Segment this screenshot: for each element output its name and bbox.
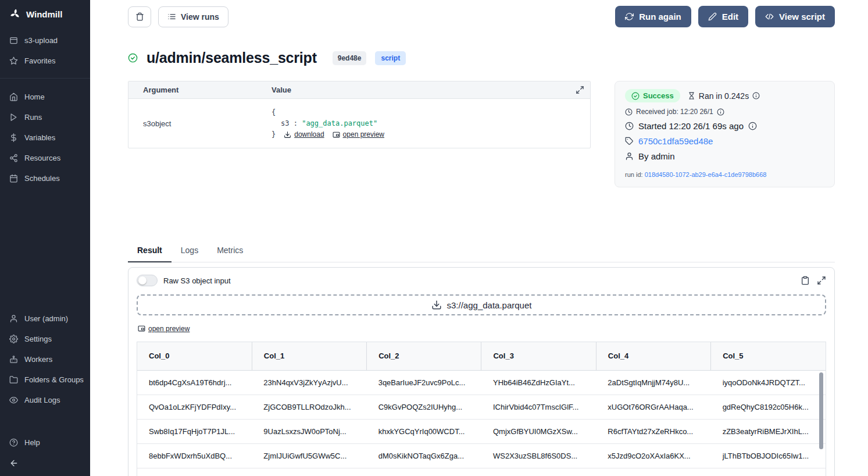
table-row: 8ebbFxWDxrh5uXdBQ...ZjmIJUiGwfU5GWw5C...…: [137, 443, 826, 468]
info-icon[interactable]: [717, 108, 724, 116]
result-table-container: Col_0Col_1Col_2Col_3Col_4Col_5 bt6dp4CgX…: [137, 342, 826, 476]
expand-args-button[interactable]: [576, 86, 584, 94]
job-hash-link[interactable]: 6750c1dfa59ed48e: [638, 136, 713, 146]
list-icon: [167, 12, 176, 21]
eye-icon: [9, 396, 18, 404]
edit-button[interactable]: Edit: [698, 6, 748, 27]
result-panel-toolbar: Raw S3 object input: [137, 275, 826, 286]
run-duration: Ran in 0.242s: [688, 91, 760, 101]
main-content: View runs Run again Edit View script: [90, 0, 868, 476]
arrow-left-icon: [9, 459, 19, 468]
table-cell: gdReQhyC8192c05H6k...: [711, 395, 826, 419]
sidebar-item-help[interactable]: Help: [0, 432, 90, 453]
info-icon[interactable]: [752, 92, 760, 100]
argument-column-header: Argument: [128, 86, 272, 94]
collapse-sidebar-button[interactable]: [0, 453, 90, 476]
by-admin-label: By admin: [638, 151, 675, 161]
json-close-line: } download open preview: [272, 129, 590, 140]
table-cell: xUGOt76ORGrAAHaqa...: [596, 395, 710, 419]
maximize-icon[interactable]: [817, 276, 826, 285]
table-cell: QvOa1oLzKFjYDFPdIxy...: [137, 395, 252, 419]
sidebar-item-label: Favorites: [24, 56, 55, 65]
open-preview-link[interactable]: open preview: [138, 325, 190, 333]
column-header: Col_3: [481, 342, 596, 370]
s3-file-label: s3://agg_data.parquet: [447, 300, 532, 310]
table-cell: 23hN4qxV3jZkYyAzjvU...: [252, 370, 366, 395]
json-key: s3: [281, 119, 289, 127]
app-logo[interactable]: Windmill: [0, 0, 90, 30]
table-scrollbar[interactable]: [819, 372, 823, 449]
view-runs-label: View runs: [181, 12, 219, 22]
arguments-table-header: Argument Value: [128, 81, 590, 99]
home-icon: [9, 93, 18, 101]
view-runs-button[interactable]: View runs: [158, 6, 228, 27]
raw-s3-toggle[interactable]: [137, 275, 158, 286]
download-link[interactable]: download: [284, 129, 324, 140]
open-preview-link[interactable]: open preview: [333, 129, 384, 140]
table-cell: C9kGvPOQZs2IUHyhg...: [367, 395, 481, 419]
table-cell: 2aDtSgtIqMnjjM74y8U...: [596, 370, 710, 395]
table-cell: zZB3eatyrRiBMEJrXIhL...: [711, 419, 826, 443]
sidebar-item-workers[interactable]: Workers: [0, 349, 90, 370]
download-label: download: [294, 129, 324, 140]
hash-badge: 9ed48e: [333, 51, 367, 65]
sidebar-item-s3-upload[interactable]: s3-upload: [0, 30, 90, 51]
table-cell: IChirVbid4c07TmscIGlF...: [481, 395, 596, 419]
sidebar-item-audit-logs[interactable]: Audit Logs: [0, 390, 90, 410]
edit-label: Edit: [722, 12, 738, 22]
sidebar-item-runs[interactable]: Runs: [0, 107, 90, 127]
s3-file-download-box[interactable]: s3://agg_data.parquet: [137, 294, 826, 315]
received-job-line: Received job: 12:20 26/1: [625, 108, 824, 116]
run-id-link[interactable]: 018d4580-1072-ab29-e6a4-c1de9798b668: [645, 171, 767, 178]
sidebar-item-schedules[interactable]: Schedules: [0, 168, 90, 189]
json-colon: :: [294, 119, 298, 127]
value-column-header: Value: [272, 86, 291, 94]
preview-panel-icon: [333, 131, 340, 138]
raw-s3-toggle-label: Raw S3 object input: [163, 276, 231, 285]
view-script-button[interactable]: View script: [755, 6, 835, 27]
copy-icon[interactable]: [801, 276, 810, 285]
table-cell: GDrs0j8wXXgfHgjjMtw...: [137, 468, 252, 476]
started-label: Started 12:20 26/1 69s ago: [638, 121, 744, 131]
sidebar-item-settings[interactable]: Settings: [0, 329, 90, 349]
table-cell: x5Jzd9cO2oXAxIa6KX...: [596, 443, 710, 468]
arguments-table: Argument Value s3object { s3 : "agg_data…: [128, 81, 591, 148]
sidebar-item-label: Resources: [24, 154, 60, 162]
table-cell: 9UazLsxzsJW0oPToNj...: [252, 419, 366, 443]
sidebar-item-label: User (admin): [24, 314, 68, 323]
column-header: Col_0: [137, 342, 252, 370]
table-cell: bt6dp4CgXsA19T6hdrj...: [137, 370, 252, 395]
box-icon: [9, 36, 18, 45]
tab-result[interactable]: Result: [128, 241, 172, 262]
download-icon: [284, 131, 291, 138]
help-icon: [9, 438, 18, 447]
sidebar-item-user-admin[interactable]: User (admin): [0, 308, 90, 329]
json-line: s3 : "agg_data.parquet": [272, 118, 590, 129]
toggle-knob: [138, 276, 147, 285]
delete-button[interactable]: [128, 6, 151, 27]
clock-icon: [625, 122, 634, 130]
tab-metrics[interactable]: Metrics: [208, 241, 252, 262]
sidebar-item-variables[interactable]: Variables: [0, 127, 90, 148]
run-again-button[interactable]: Run again: [615, 6, 691, 27]
table-cell: z77QWeNtXzy9aU6IDN...: [367, 468, 481, 476]
column-header: Col_5: [711, 342, 826, 370]
table-cell: Swb8Iq17FqHjoT7P1JL...: [137, 419, 252, 443]
sidebar-item-home[interactable]: Home: [0, 87, 90, 107]
hourglass-icon: [688, 92, 695, 100]
sidebar-item-label: Settings: [24, 335, 52, 343]
user-icon: [9, 314, 18, 323]
sidebar: Windmill s3-upload Favorites Home Runs V…: [0, 0, 90, 476]
argument-name: s3object: [128, 119, 272, 128]
nodes-icon: [9, 154, 18, 162]
content-row: Argument Value s3object { s3 : "agg_data…: [128, 81, 835, 212]
run-again-label: Run again: [639, 12, 681, 22]
open-preview-label: open preview: [343, 129, 384, 140]
info-icon[interactable]: [748, 122, 757, 130]
sidebar-item-resources[interactable]: Resources: [0, 148, 90, 168]
sidebar-item-favorites[interactable]: Favorites: [0, 51, 90, 71]
sidebar-item-folders-groups[interactable]: Folders & Groups: [0, 370, 90, 390]
sidebar-item-label: Help: [24, 438, 40, 447]
tab-logs[interactable]: Logs: [172, 241, 208, 262]
job-hash-line: 6750c1dfa59ed48e: [625, 136, 824, 146]
